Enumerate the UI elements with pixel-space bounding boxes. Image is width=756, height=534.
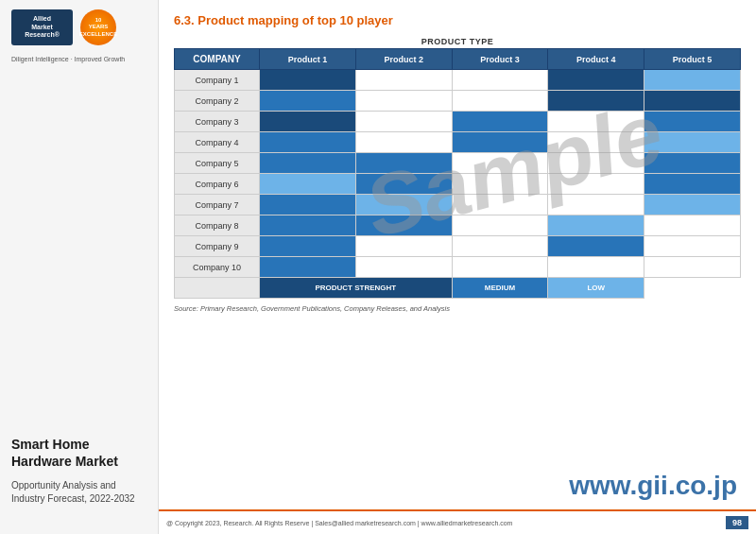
product-cell [260,174,356,195]
product-type-label: PRODUCT TYPE [174,37,741,46]
table-row: Company 3 [175,112,741,132]
product-cell [355,153,452,174]
product-cell [355,215,452,236]
product3-header: Product 3 [452,49,548,70]
badge-logo-text: 10YEARSEXCELLENCE [79,17,117,38]
product-cell [644,195,741,215]
company-header: COMPANY [175,49,260,70]
product-cell [644,91,741,112]
sidebar-tagline: Diligent Intelligence · Improved Growth [11,55,125,63]
table-row: Company 4 [175,132,741,153]
product-cell [548,70,644,91]
product-cell [644,132,741,153]
product-cell [452,91,548,112]
product-cell [355,174,452,195]
legend-low: LOW [548,278,644,299]
product-cell [548,236,644,257]
mapping-table: COMPANY Product 1 Product 2 Product 3 Pr… [174,48,741,299]
product-cell [452,153,548,174]
company-name-cell: Company 8 [175,215,260,236]
gii-watermark: www.gii.co.jp [569,471,737,501]
product-cell [548,132,644,153]
legend-product-strength: PRODUCT STRENGHT [260,278,453,299]
company-name-cell: Company 4 [175,132,260,153]
source-text: Source: Primary Research, Government Pub… [174,304,741,313]
badge-logo: 10YEARSEXCELLENCE [80,9,116,45]
footer: @ Copyright 2023, Research. All Rights R… [159,509,756,534]
product-cell [548,91,644,112]
legend-medium: MEDIUM [452,278,548,299]
product-cell [355,132,452,153]
product-cell [260,236,356,257]
product-cell [260,257,356,278]
product-cell [260,195,356,215]
product-cell [260,215,356,236]
product-cell [452,257,548,278]
table-row: Company 1 [175,70,741,91]
market-title: Smart Home Hardware Market [11,436,146,470]
main-content: 6.3. Product mapping of top 10 player PR… [159,0,756,534]
product-cell [355,195,452,215]
product-cell [355,112,452,132]
company-name-cell: Company 6 [175,174,260,195]
company-name-cell: Company 10 [175,257,260,278]
table-header-row: COMPANY Product 1 Product 2 Product 3 Pr… [175,49,741,70]
table-row: Company 6 [175,174,741,195]
section-title: 6.3. Product mapping of top 10 player [174,13,741,27]
table-row: Company 10 [175,257,741,278]
footer-page-number: 98 [726,516,748,529]
allied-logo-text: AlliedMarketResearch® [25,15,60,39]
product4-header: Product 4 [548,49,644,70]
product-cell [548,257,644,278]
product-cell [548,195,644,215]
logo-area: AlliedMarketResearch® 10YEARSEXCELLENCE [11,9,116,45]
sidebar: AlliedMarketResearch® 10YEARSEXCELLENCE … [0,0,159,534]
product-cell [548,112,644,132]
company-name-cell: Company 7 [175,195,260,215]
table-row: Company 5 [175,153,741,174]
product-cell [452,174,548,195]
product-cell [452,215,548,236]
product-cell [548,215,644,236]
product-cell [644,112,741,132]
product-cell [452,195,548,215]
product-cell [260,153,356,174]
product-cell [644,70,741,91]
company-name-cell: Company 1 [175,70,260,91]
footer-copyright: @ Copyright 2023, Research. All Rights R… [166,520,512,526]
table-row: Company 2 [175,91,741,112]
product-cell [452,132,548,153]
product5-header: Product 5 [644,49,741,70]
mapping-table-wrapper: PRODUCT TYPE COMPANY Product 1 Product 2… [174,37,741,313]
product-cell [644,236,741,257]
product-cell [644,257,741,278]
company-name-cell: Company 2 [175,91,260,112]
product-cell [548,174,644,195]
product-cell [452,236,548,257]
product-cell [644,153,741,174]
product-cell [355,236,452,257]
table-row: Company 7 [175,195,741,215]
product-cell [355,257,452,278]
company-name-cell: Company 5 [175,153,260,174]
company-name-cell: Company 9 [175,236,260,257]
product-cell [260,112,356,132]
product-cell [644,215,741,236]
legend-empty [175,278,260,299]
product-cell [355,91,452,112]
product-cell [452,112,548,132]
company-name-cell: Company 3 [175,112,260,132]
market-subtitle: Opportunity Analysis and Industry Foreca… [11,479,146,506]
product-cell [260,132,356,153]
product1-header: Product 1 [260,49,356,70]
product-cell [260,91,356,112]
product-cell [548,153,644,174]
product-cell [644,174,741,195]
product2-header: Product 2 [355,49,452,70]
table-row: Company 8 [175,215,741,236]
product-cell [355,70,452,91]
product-cell [452,70,548,91]
product-cell [260,70,356,91]
allied-logo: AlliedMarketResearch® [11,9,73,45]
legend-row: PRODUCT STRENGHTMEDIUMLOW [175,278,741,299]
